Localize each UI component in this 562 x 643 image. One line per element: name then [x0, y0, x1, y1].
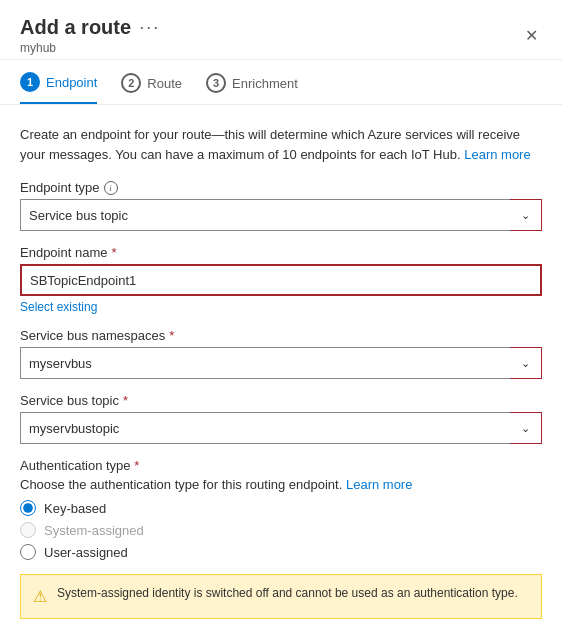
service-bus-topic-field: Service bus topic * myservbustopic ⌄: [20, 393, 542, 444]
panel-title: Add a route: [20, 16, 131, 39]
service-bus-topic-select[interactable]: myservbustopic: [20, 412, 542, 444]
step-label-route: Route: [147, 76, 182, 91]
endpoint-type-info-icon[interactable]: i: [104, 181, 118, 195]
radio-key-based[interactable]: Key-based: [20, 500, 542, 516]
close-icon: ✕: [525, 26, 538, 45]
chevron-down-icon: ⌄: [521, 209, 530, 222]
endpoint-type-select-wrapper: Service bus topic ⌄: [20, 199, 542, 231]
auth-radio-group: Key-based System-assigned User-assigned: [20, 500, 542, 560]
required-indicator-topic: *: [123, 393, 128, 408]
select-existing-link[interactable]: Select existing: [20, 300, 97, 314]
step-circle-2: 2: [121, 73, 141, 93]
step-circle-1: 1: [20, 72, 40, 92]
radio-system-assigned[interactable]: System-assigned: [20, 522, 542, 538]
more-options-icon[interactable]: ···: [139, 17, 160, 38]
radio-input-key-based[interactable]: [20, 500, 36, 516]
required-indicator-ns: *: [169, 328, 174, 343]
learn-more-link[interactable]: Learn more: [464, 147, 530, 162]
warning-banner: ⚠ System-assigned identity is switched o…: [20, 574, 542, 619]
panel-subtitle: myhub: [20, 41, 160, 55]
warning-text: System-assigned identity is switched off…: [57, 585, 518, 602]
step-label-enrichment: Enrichment: [232, 76, 298, 91]
chevron-down-icon: ⌄: [521, 422, 530, 435]
radio-input-user-assigned[interactable]: [20, 544, 36, 560]
service-bus-namespace-dropdown-btn[interactable]: ⌄: [510, 347, 542, 379]
service-bus-namespace-field: Service bus namespaces * myservbus ⌄: [20, 328, 542, 379]
step-route[interactable]: 2 Route: [121, 73, 182, 103]
radio-input-system-assigned: [20, 522, 36, 538]
step-label-endpoint: Endpoint: [46, 75, 97, 90]
step-circle-3: 3: [206, 73, 226, 93]
content-area: Create an endpoint for your route—this w…: [0, 105, 562, 635]
endpoint-name-label: Endpoint name *: [20, 245, 542, 260]
radio-user-assigned[interactable]: User-assigned: [20, 544, 542, 560]
required-indicator: *: [111, 245, 116, 260]
required-indicator-auth: *: [134, 458, 139, 473]
endpoint-type-label: Endpoint type i: [20, 180, 542, 195]
service-bus-namespace-select[interactable]: myservbus: [20, 347, 542, 379]
chevron-down-icon: ⌄: [521, 357, 530, 370]
step-endpoint[interactable]: 1 Endpoint: [20, 72, 97, 104]
service-bus-topic-dropdown-btn[interactable]: ⌄: [510, 412, 542, 444]
description-text: Create an endpoint for your route—this w…: [20, 125, 542, 164]
endpoint-type-select[interactable]: Service bus topic: [20, 199, 542, 231]
authentication-section: Authentication type * Choose the authent…: [20, 458, 542, 560]
auth-learn-more-link[interactable]: Learn more: [346, 477, 412, 492]
close-button[interactable]: ✕: [521, 22, 542, 49]
endpoint-name-input[interactable]: [20, 264, 542, 296]
service-bus-namespace-label: Service bus namespaces *: [20, 328, 542, 343]
service-bus-namespace-select-wrapper: myservbus ⌄: [20, 347, 542, 379]
service-bus-topic-label: Service bus topic *: [20, 393, 542, 408]
title-row: Add a route ···: [20, 16, 160, 39]
step-enrichment[interactable]: 3 Enrichment: [206, 73, 298, 103]
endpoint-name-field: Endpoint name * Select existing: [20, 245, 542, 314]
endpoint-type-dropdown-btn[interactable]: ⌄: [510, 199, 542, 231]
panel-header: Add a route ··· myhub ✕: [0, 0, 562, 60]
add-route-panel: Add a route ··· myhub ✕ 1 Endpoint 2 Rou…: [0, 0, 562, 635]
title-group: Add a route ··· myhub: [20, 16, 160, 55]
service-bus-topic-select-wrapper: myservbustopic ⌄: [20, 412, 542, 444]
warning-icon: ⚠: [33, 586, 47, 608]
auth-description: Choose the authentication type for this …: [20, 477, 542, 492]
endpoint-type-field: Endpoint type i Service bus topic ⌄: [20, 180, 542, 231]
auth-title: Authentication type *: [20, 458, 542, 473]
steps-bar: 1 Endpoint 2 Route 3 Enrichment: [0, 60, 562, 105]
